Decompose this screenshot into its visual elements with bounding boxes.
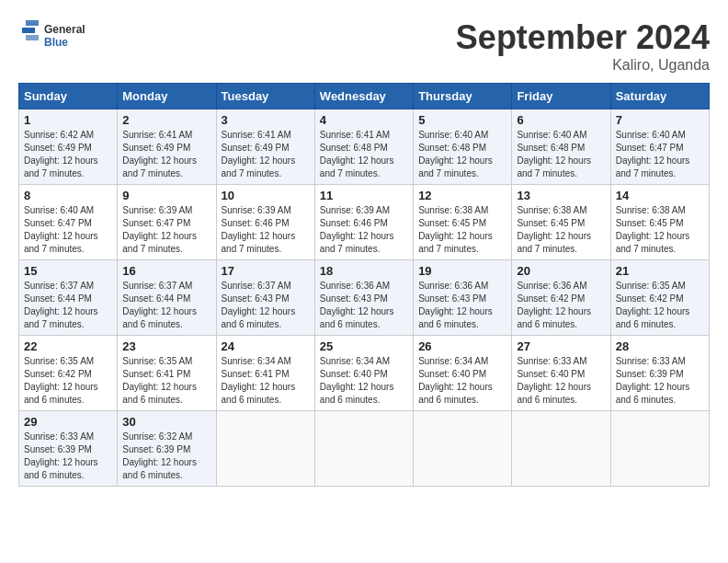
calendar-subtitle: Kaliro, Uganda <box>456 57 710 74</box>
day-cell-28: 28 Sunrise: 6:33 AMSunset: 6:39 PMDaylig… <box>610 336 709 411</box>
day-cell-8: 8 Sunrise: 6:40 AMSunset: 6:47 PMDayligh… <box>19 185 118 260</box>
day-cell-25: 25 Sunrise: 6:34 AMSunset: 6:40 PMDaylig… <box>314 336 413 411</box>
day-cell-17: 17 Sunrise: 6:37 AMSunset: 6:43 PMDaylig… <box>216 260 314 336</box>
day-cell-5: 5 Sunrise: 6:40 AMSunset: 6:48 PMDayligh… <box>414 109 512 185</box>
empty-cell <box>216 411 314 487</box>
day-cell-18: 18 Sunrise: 6:36 AMSunset: 6:43 PMDaylig… <box>314 260 413 336</box>
day-cell-9: 9 Sunrise: 6:39 AMSunset: 6:47 PMDayligh… <box>118 185 216 260</box>
col-tuesday: Tuesday <box>216 84 314 109</box>
day-cell-4: 4 Sunrise: 6:41 AMSunset: 6:48 PMDayligh… <box>314 109 413 185</box>
empty-cell <box>414 411 512 487</box>
day-cell-10: 10 Sunrise: 6:39 AMSunset: 6:46 PMDaylig… <box>216 185 314 260</box>
col-saturday: Saturday <box>610 84 709 109</box>
col-friday: Friday <box>512 84 610 109</box>
day-cell-27: 27 Sunrise: 6:33 AMSunset: 6:40 PMDaylig… <box>512 336 610 411</box>
col-wednesday: Wednesday <box>314 84 413 109</box>
logo-svg: General Blue <box>18 18 101 55</box>
day-cell-23: 23 Sunrise: 6:35 AMSunset: 6:41 PMDaylig… <box>118 336 216 411</box>
week-row-5: 29 Sunrise: 6:33 AMSunset: 6:39 PMDaylig… <box>19 411 710 487</box>
week-row-4: 22 Sunrise: 6:35 AMSunset: 6:42 PMDaylig… <box>19 336 710 411</box>
svg-marker-2 <box>26 20 39 26</box>
day-cell-11: 11 Sunrise: 6:39 AMSunset: 6:46 PMDaylig… <box>314 185 413 260</box>
col-sunday: Sunday <box>19 84 118 109</box>
col-monday: Monday <box>118 84 216 109</box>
day-cell-14: 14 Sunrise: 6:38 AMSunset: 6:45 PMDaylig… <box>610 185 709 260</box>
day-cell-24: 24 Sunrise: 6:34 AMSunset: 6:41 PMDaylig… <box>216 336 314 411</box>
svg-marker-4 <box>26 35 39 40</box>
day-cell-6: 6 Sunrise: 6:40 AMSunset: 6:48 PMDayligh… <box>512 109 610 185</box>
calendar-title: September 2024 <box>456 18 710 57</box>
col-thursday: Thursday <box>414 84 512 109</box>
day-cell-19: 19 Sunrise: 6:36 AMSunset: 6:43 PMDaylig… <box>414 260 512 336</box>
day-cell-22: 22 Sunrise: 6:35 AMSunset: 6:42 PMDaylig… <box>19 336 118 411</box>
day-cell-29: 29 Sunrise: 6:33 AMSunset: 6:39 PMDaylig… <box>19 411 118 487</box>
day-cell-1: 1 Sunrise: 6:42 AMSunset: 6:49 PMDayligh… <box>19 109 118 185</box>
empty-cell <box>512 411 610 487</box>
day-cell-12: 12 Sunrise: 6:38 AMSunset: 6:45 PMDaylig… <box>414 185 512 260</box>
day-cell-15: 15 Sunrise: 6:37 AMSunset: 6:44 PMDaylig… <box>19 260 118 336</box>
calendar-table: Sunday Monday Tuesday Wednesday Thursday… <box>18 83 710 487</box>
day-cell-20: 20 Sunrise: 6:36 AMSunset: 6:42 PMDaylig… <box>512 260 610 336</box>
day-cell-26: 26 Sunrise: 6:34 AMSunset: 6:40 PMDaylig… <box>414 336 512 411</box>
svg-text:General: General <box>44 23 85 36</box>
page-header: General Blue September 2024 Kaliro, Ugan… <box>18 18 710 74</box>
header-row: Sunday Monday Tuesday Wednesday Thursday… <box>19 84 710 109</box>
logo: General Blue <box>18 18 101 55</box>
week-row-3: 15 Sunrise: 6:37 AMSunset: 6:44 PMDaylig… <box>19 260 710 336</box>
empty-cell <box>610 411 709 487</box>
week-row-2: 8 Sunrise: 6:40 AMSunset: 6:47 PMDayligh… <box>19 185 710 260</box>
day-cell-16: 16 Sunrise: 6:37 AMSunset: 6:44 PMDaylig… <box>118 260 216 336</box>
svg-text:Blue: Blue <box>44 36 68 49</box>
day-cell-13: 13 Sunrise: 6:38 AMSunset: 6:45 PMDaylig… <box>512 185 610 260</box>
week-row-real1: 1 Sunrise: 6:42 AMSunset: 6:49 PMDayligh… <box>19 109 710 185</box>
day-cell-30: 30 Sunrise: 6:32 AMSunset: 6:39 PMDaylig… <box>118 411 216 487</box>
day-cell-7b: 7 Sunrise: 6:40 AMSunset: 6:47 PMDayligh… <box>610 109 709 185</box>
day-cell-21: 21 Sunrise: 6:35 AMSunset: 6:42 PMDaylig… <box>610 260 709 336</box>
title-section: September 2024 Kaliro, Uganda <box>456 18 710 74</box>
day-cell-2: 2 Sunrise: 6:41 AMSunset: 6:49 PMDayligh… <box>118 109 216 185</box>
svg-marker-3 <box>22 28 35 33</box>
day-cell-3: 3 Sunrise: 6:41 AMSunset: 6:49 PMDayligh… <box>216 109 314 185</box>
empty-cell <box>314 411 413 487</box>
